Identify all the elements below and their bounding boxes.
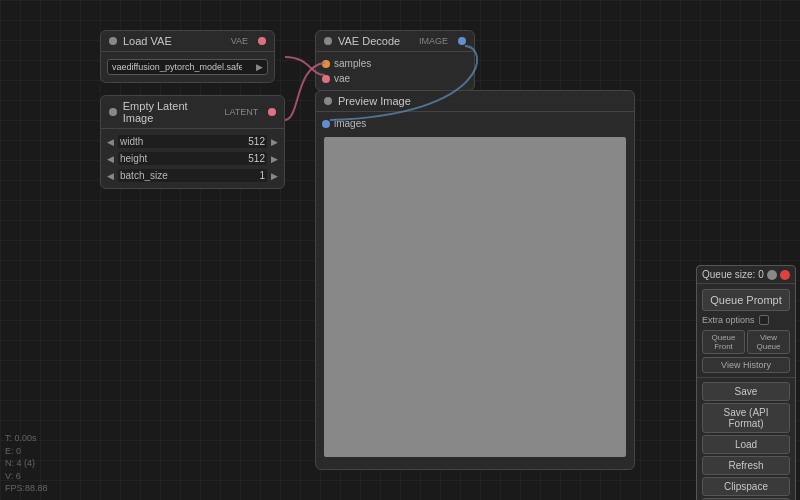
height-increment-btn[interactable]: ▶ xyxy=(269,154,280,164)
queue-size-label: Queue size: 0 xyxy=(702,269,764,280)
extra-options-row: Extra options xyxy=(697,313,795,327)
info-t: T: 0.00s xyxy=(5,432,48,445)
info-v: V: 6 xyxy=(5,470,48,483)
width-increment-btn[interactable]: ▶ xyxy=(269,137,280,147)
node-status-dot xyxy=(109,108,117,116)
batch-increment-btn[interactable]: ▶ xyxy=(269,171,280,181)
node-vae-decode-header: VAE Decode IMAGE xyxy=(316,31,474,52)
node-empty-latent-body: ◀ width 512 ▶ ◀ height 512 ▶ ◀ batch_siz… xyxy=(101,129,284,188)
info-n: N: 4 (4) xyxy=(5,457,48,470)
queue-header: Queue size: 0 xyxy=(697,266,795,284)
samples-port-label: samples xyxy=(322,58,371,69)
node-load-vae-body: vaediffusion_pytorch_model.safetensors ▶ xyxy=(101,52,274,82)
queue-close-btn[interactable] xyxy=(780,270,790,280)
refresh-button[interactable]: Refresh xyxy=(702,456,790,475)
node-load-vae-output-label: VAE xyxy=(231,36,248,46)
vae-model-select[interactable]: vaediffusion_pytorch_model.safetensors ▶ xyxy=(107,59,268,75)
node-empty-latent-output-label: LATENT xyxy=(224,107,258,117)
load-button[interactable]: Load xyxy=(702,435,790,454)
node-vae-decode: VAE Decode IMAGE samples vae xyxy=(315,30,475,91)
save-api-button[interactable]: Save (API Format) xyxy=(702,403,790,433)
height-field-row: ◀ height 512 ▶ xyxy=(101,150,284,167)
info-e: E: 0 xyxy=(5,445,48,458)
node-empty-latent-title: Empty Latent Image xyxy=(123,100,219,124)
queue-front-tab[interactable]: Queue Front xyxy=(702,330,745,354)
node-load-vae-title: Load VAE xyxy=(123,35,172,47)
view-queue-tab[interactable]: View Queue xyxy=(747,330,790,354)
view-history-button[interactable]: View History xyxy=(702,357,790,373)
node-vae-decode-title: VAE Decode xyxy=(338,35,400,47)
extra-options-label: Extra options xyxy=(702,315,755,325)
node-empty-latent-header: Empty Latent Image LATENT xyxy=(101,96,284,129)
queue-tabs: Queue Front View Queue xyxy=(702,330,790,354)
images-port-label: images xyxy=(322,118,366,129)
preview-canvas xyxy=(324,137,626,457)
width-field-row: ◀ width 512 ▶ xyxy=(101,133,284,150)
samples-port-row: samples xyxy=(316,56,474,71)
bottom-info: T: 0.00s E: 0 N: 4 (4) V: 6 FPS:88.88 xyxy=(5,432,48,495)
vae-model-row: vaediffusion_pytorch_model.safetensors ▶ xyxy=(101,56,274,78)
width-value: 512 xyxy=(235,136,265,147)
height-value: 512 xyxy=(235,153,265,164)
vae-select-arrow-icon: ▶ xyxy=(256,62,263,72)
node-status-dot xyxy=(109,37,117,45)
vae-input-port[interactable] xyxy=(322,75,330,83)
save-button[interactable]: Save xyxy=(702,382,790,401)
node-preview-image-body: images xyxy=(316,112,634,469)
batch-field-row: ◀ batch_size 1 ▶ xyxy=(101,167,284,184)
vae-port-label: vae xyxy=(322,73,350,84)
node-vae-decode-output-label: IMAGE xyxy=(419,36,448,46)
height-decrement-btn[interactable]: ◀ xyxy=(105,154,116,164)
vae-model-value: vaediffusion_pytorch_model.safetensors xyxy=(112,62,242,72)
queue-panel: Queue size: 0 Queue Prompt Extra options… xyxy=(696,265,796,500)
width-label: width xyxy=(120,136,235,147)
images-port-row: images xyxy=(316,116,634,131)
node-preview-image: Preview Image images xyxy=(315,90,635,470)
node-preview-image-header: Preview Image xyxy=(316,91,634,112)
node-load-vae: Load VAE VAE vaediffusion_pytorch_model.… xyxy=(100,30,275,83)
vae-label: vae xyxy=(334,73,350,84)
extra-options-checkbox[interactable] xyxy=(759,315,769,325)
node-empty-latent: Empty Latent Image LATENT ◀ width 512 ▶ … xyxy=(100,95,285,189)
node-load-vae-header: Load VAE VAE xyxy=(101,31,274,52)
empty-latent-output-port[interactable] xyxy=(268,108,276,116)
info-fps: FPS:88.88 xyxy=(5,482,48,495)
clipspace-button[interactable]: Clipspace xyxy=(702,477,790,496)
node-status-dot xyxy=(324,37,332,45)
samples-input-port[interactable] xyxy=(322,60,330,68)
height-label: height xyxy=(120,153,235,164)
panel-divider xyxy=(697,377,795,378)
batch-field-bg: batch_size 1 xyxy=(118,169,267,182)
vae-decode-output-port[interactable] xyxy=(458,37,466,45)
samples-label: samples xyxy=(334,58,371,69)
node-preview-image-title: Preview Image xyxy=(338,95,411,107)
height-field-bg: height 512 xyxy=(118,152,267,165)
load-vae-output-port[interactable] xyxy=(258,37,266,45)
batch-decrement-btn[interactable]: ◀ xyxy=(105,171,116,181)
queue-header-icons xyxy=(767,270,790,280)
images-input-port[interactable] xyxy=(322,120,330,128)
queue-minimize-btn[interactable] xyxy=(767,270,777,280)
width-field-bg: width 512 xyxy=(118,135,267,148)
queue-prompt-button[interactable]: Queue Prompt xyxy=(702,289,790,311)
node-status-dot xyxy=(324,97,332,105)
width-decrement-btn[interactable]: ◀ xyxy=(105,137,116,147)
images-label: images xyxy=(334,118,366,129)
batch-value: 1 xyxy=(235,170,265,181)
vae-port-row: vae xyxy=(316,71,474,86)
node-vae-decode-body: samples vae xyxy=(316,52,474,90)
batch-label: batch_size xyxy=(120,170,235,181)
